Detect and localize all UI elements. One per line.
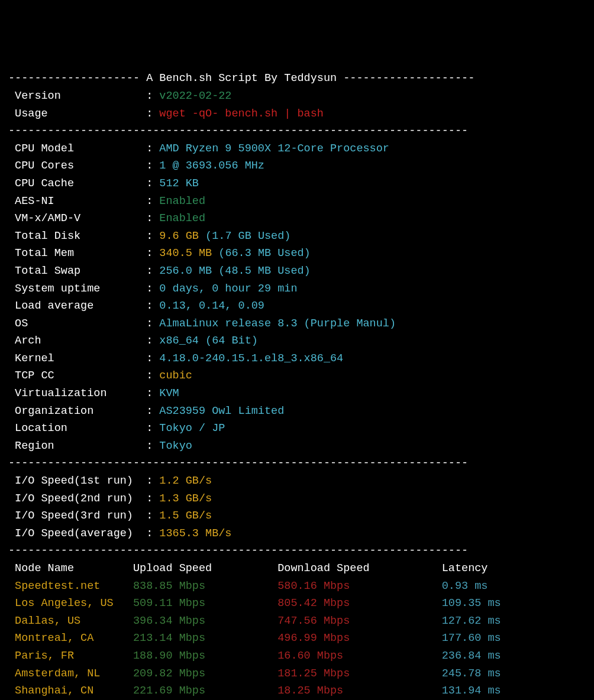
swap-row: Total Swap : 256.0 MB (48.5 MB Used) [8, 262, 586, 280]
sysinfo-row: Virtualization : KVM [8, 385, 586, 403]
divider: ----------------------------------------… [8, 542, 586, 560]
sysinfo-row: Load average : 0.13, 0.14, 0.09 [8, 297, 586, 315]
sysinfo-row: OS : AlmaLinux release 8.3 (Purple Manul… [8, 315, 586, 333]
io-row: I/O Speed(average) : 1365.3 MB/s [8, 525, 586, 543]
sysinfo-row: AES-NI : Enabled [8, 193, 586, 210]
sysinfo-row: Region : Tokyo [8, 438, 586, 455]
sysinfo-row: CPU Cache : 512 KB [8, 175, 586, 193]
speed-row: Montreal, CA 213.14 Mbps 496.99 Mbps 177… [8, 630, 586, 647]
sysinfo-row: Organization : AS23959 Owl Limited [8, 403, 586, 420]
sysinfo-row: Kernel : 4.18.0-240.15.1.el8_3.x86_64 [8, 350, 586, 368]
speed-header: Node Name Upload Speed Download Speed La… [8, 560, 586, 578]
io-row: I/O Speed(2nd run) : 1.3 GB/s [8, 490, 586, 508]
terminal-output: -------------------- A Bench.sh Script B… [8, 70, 586, 700]
speed-row: Speedtest.net 838.85 Mbps 580.16 Mbps 0.… [8, 578, 586, 595]
sysinfo-row: Arch : x86_64 (64 Bit) [8, 332, 586, 350]
io-row: I/O Speed(3rd run) : 1.5 GB/s [8, 507, 586, 525]
divider: ----------------------------------------… [8, 122, 586, 140]
usage-row: Usage : wget -qO- bench.sh | bash [8, 105, 586, 123]
speed-row: Shanghai, CN 221.69 Mbps 18.25 Mbps 131.… [8, 682, 586, 700]
divider: ----------------------------------------… [8, 455, 586, 472]
version-row: Version : v2022-02-22 [8, 88, 586, 105]
sysinfo-row: System uptime : 0 days, 0 hour 29 min [8, 280, 586, 298]
sysinfo-row: CPU Model : AMD Ryzen 9 5900X 12-Core Pr… [8, 140, 586, 158]
speed-row: Dallas, US 396.34 Mbps 747.56 Mbps 127.6… [8, 612, 586, 630]
sysinfo-row: VM-x/AMD-V : Enabled [8, 210, 586, 228]
io-row: I/O Speed(1st run) : 1.2 GB/s [8, 472, 586, 490]
sysinfo-row: CPU Cores : 1 @ 3693.056 MHz [8, 157, 586, 175]
sysinfo-row: TCP CC : cubic [8, 367, 586, 385]
sysinfo-row: Location : Tokyo / JP [8, 420, 586, 438]
disk-row: Total Disk : 9.6 GB (1.7 GB Used) [8, 228, 586, 245]
header-title: -------------------- A Bench.sh Script B… [8, 70, 586, 88]
speed-row: Los Angeles, US 509.11 Mbps 805.42 Mbps … [8, 595, 586, 612]
speed-row: Paris, FR 188.90 Mbps 16.60 Mbps 236.84 … [8, 647, 586, 665]
mem-row: Total Mem : 340.5 MB (66.3 MB Used) [8, 245, 586, 262]
speed-row: Amsterdam, NL 209.82 Mbps 181.25 Mbps 24… [8, 665, 586, 683]
